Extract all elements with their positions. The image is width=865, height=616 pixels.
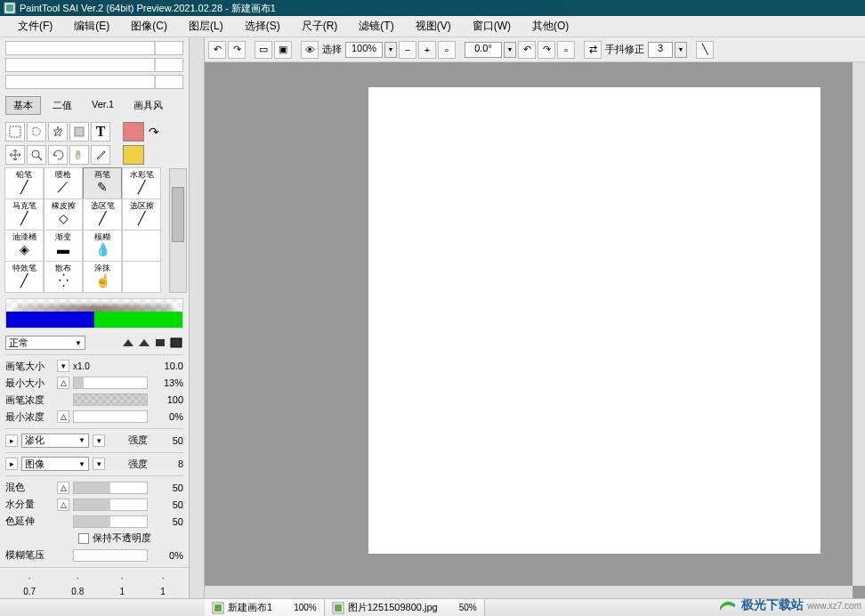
- panel-scrollbar[interactable]: [189, 37, 205, 598]
- tool-select-erase[interactable]: 选区擦╱: [122, 199, 161, 231]
- tool-scatter[interactable]: 散布⁛: [44, 261, 83, 293]
- canvas-viewport[interactable]: [205, 62, 865, 598]
- move-tool[interactable]: [5, 145, 25, 165]
- invert-select-button[interactable]: ▣: [274, 41, 292, 59]
- shape-tool[interactable]: [69, 122, 89, 142]
- menu-select[interactable]: 选择(S): [234, 17, 291, 36]
- min-size-slider[interactable]: [73, 377, 148, 389]
- stabilizer-input[interactable]: 3: [648, 42, 673, 58]
- min-size-icon[interactable]: △: [57, 377, 69, 389]
- menu-file[interactable]: 文件(F): [7, 17, 63, 36]
- blend-mode-dropdown[interactable]: 正常▼: [5, 336, 85, 350]
- extend-slider[interactable]: [73, 515, 148, 528]
- doc-tab-2[interactable]: 图片1251509800.jpg 50%: [325, 599, 485, 617]
- tool-gradient[interactable]: 渐变▬: [44, 230, 83, 262]
- min-size-value[interactable]: 13%: [151, 377, 183, 388]
- texture-strength[interactable]: 8: [151, 458, 183, 469]
- menu-image[interactable]: 图像(C): [120, 17, 178, 36]
- size-preset-0[interactable]: ·0.7: [23, 573, 36, 596]
- brush-shape-2[interactable]: [137, 336, 151, 349]
- tool-select-pen[interactable]: 选区笔╱: [83, 199, 122, 231]
- texture-expand[interactable]: ▸: [5, 458, 18, 470]
- blend-value[interactable]: 50: [151, 482, 183, 493]
- size-preset-2[interactable]: ·1: [119, 573, 125, 596]
- redo-button[interactable]: ↷: [228, 41, 246, 59]
- angle-dd[interactable]: ▼: [504, 42, 516, 58]
- min-density-icon[interactable]: △: [57, 410, 69, 423]
- tool-empty-2[interactable]: [122, 261, 161, 293]
- flip-button[interactable]: ⇄: [584, 41, 602, 59]
- tool-airbrush[interactable]: 喷枪／: [44, 167, 83, 199]
- rotate-reset-button[interactable]: ▫: [557, 41, 575, 59]
- lasso-tool[interactable]: [27, 122, 46, 142]
- zoom-in-button[interactable]: +: [418, 41, 436, 59]
- water-icon[interactable]: △: [57, 498, 69, 511]
- density-value[interactable]: 100: [151, 394, 183, 405]
- undo-button[interactable]: ↶: [208, 41, 226, 59]
- eye-icon[interactable]: 👁: [301, 41, 319, 59]
- zoom-dd[interactable]: ▼: [384, 42, 397, 58]
- size-preset-3[interactable]: ·1: [160, 573, 166, 596]
- tab-binary[interactable]: 二值: [44, 96, 80, 115]
- tool-brush[interactable]: 画笔✎: [83, 167, 122, 199]
- zoom-out-button[interactable]: −: [399, 41, 416, 59]
- tool-eraser[interactable]: 橡皮擦◇: [44, 199, 83, 231]
- tool-scrollbar[interactable]: [169, 168, 187, 293]
- tab-paint[interactable]: 画具风: [125, 96, 171, 115]
- wand-tool[interactable]: [48, 122, 68, 142]
- zoom-fit-button[interactable]: ▫: [438, 41, 456, 59]
- spread-expand[interactable]: ▸: [5, 434, 18, 447]
- tool-smudge[interactable]: 涂抹☝: [83, 261, 122, 293]
- texture-opt[interactable]: ▾: [93, 458, 105, 470]
- tool-pencil[interactable]: 铅笔╱: [4, 167, 44, 199]
- brush-shape-1[interactable]: [121, 336, 135, 349]
- canvas-scroll-vertical[interactable]: [853, 62, 865, 586]
- deselect-button[interactable]: ▭: [255, 41, 272, 59]
- canvas[interactable]: [368, 87, 821, 554]
- rotate-ccw-button[interactable]: ↶: [518, 41, 536, 59]
- nav-slider-3[interactable]: [5, 75, 183, 89]
- extend-value[interactable]: 50: [151, 516, 183, 527]
- background-color[interactable]: [123, 145, 144, 165]
- min-density-slider[interactable]: [73, 410, 148, 423]
- spread-strength[interactable]: 50: [151, 435, 183, 446]
- foreground-color[interactable]: [123, 122, 144, 142]
- brush-size-value[interactable]: 10.0: [151, 361, 183, 371]
- stabilizer-dd[interactable]: ▼: [675, 42, 687, 58]
- menu-other[interactable]: 其他(O): [521, 17, 579, 36]
- menu-layer[interactable]: 图层(L): [178, 17, 234, 36]
- angle-input[interactable]: 0.0°: [465, 42, 502, 58]
- zoom-input[interactable]: 100%: [345, 42, 383, 58]
- tool-empty-1[interactable]: [122, 230, 161, 262]
- tool-watercolor[interactable]: 水彩笔╱: [122, 167, 161, 199]
- line-tool-button[interactable]: ╲: [696, 41, 714, 59]
- water-value[interactable]: 50: [151, 499, 183, 510]
- menu-ruler[interactable]: 尺子(R): [291, 17, 349, 36]
- min-density-value[interactable]: 0%: [151, 411, 183, 422]
- blend-icon[interactable]: △: [57, 482, 69, 494]
- hand-tool[interactable]: [69, 145, 89, 165]
- nav-slider-1[interactable]: [5, 41, 183, 55]
- texture-dropdown[interactable]: 图像▼: [21, 457, 89, 471]
- rect-select-tool[interactable]: [5, 122, 25, 142]
- rotate-tool[interactable]: [48, 145, 68, 165]
- blend-slider[interactable]: [73, 482, 148, 494]
- tool-marker[interactable]: 马克笔╱: [4, 199, 44, 231]
- blur-pressure-value[interactable]: 0%: [151, 550, 183, 561]
- size-dd[interactable]: ▾: [57, 360, 69, 372]
- blur-pressure-slider[interactable]: [73, 549, 148, 562]
- rotate-cw-button[interactable]: ↷: [538, 41, 555, 59]
- water-slider[interactable]: [73, 498, 148, 511]
- eyedropper-tool[interactable]: [91, 145, 110, 165]
- tool-bucket[interactable]: 油漆桶◈: [4, 230, 44, 262]
- keep-opacity-checkbox[interactable]: [78, 533, 89, 544]
- tool-effect[interactable]: 特效笔╱: [4, 261, 44, 293]
- menu-window[interactable]: 窗口(W): [462, 17, 521, 36]
- text-tool[interactable]: T: [91, 122, 110, 142]
- menu-edit[interactable]: 编辑(E): [63, 17, 120, 36]
- spread-opt[interactable]: ▾: [93, 434, 105, 447]
- brush-shape-3[interactable]: [153, 336, 167, 349]
- brush-shape-4[interactable]: [169, 336, 183, 349]
- size-preset-1[interactable]: ·0.8: [71, 573, 84, 596]
- tool-blur[interactable]: 模糊💧: [83, 230, 122, 262]
